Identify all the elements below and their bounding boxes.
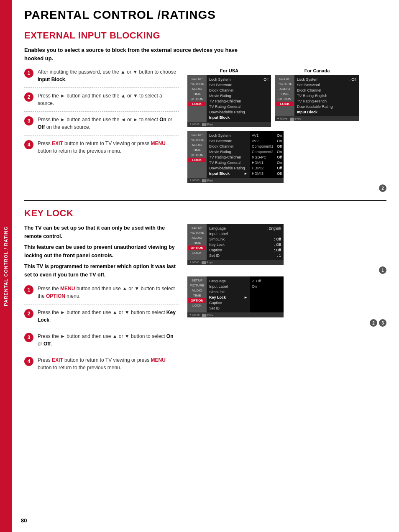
- key-lock-section: KEY LOCK The TV can be set up so that it…: [24, 208, 386, 380]
- kl-footer-prev: ▓▓ Prev: [202, 314, 213, 317]
- opt-set-id: Set ID: 1: [209, 253, 281, 258]
- step-4-text: Press EXIT button to return to TV viewin…: [38, 140, 179, 155]
- kl-sidebar-audio: AUDIO: [188, 288, 206, 293]
- input-sources-submenu: Lock System Set Password Block Channel M…: [207, 131, 284, 178]
- canada-footer: ✦ Move ▓▓ Prev: [275, 116, 359, 121]
- canada-menu-tv-english: TV Rating-English: [297, 93, 356, 98]
- kl-step-4: 4 Press EXIT button to return to TV view…: [24, 356, 179, 376]
- input-rgb: RGB-PCOff: [252, 154, 282, 160]
- usa-footer: ✦ Move ▓▓ Prev: [187, 122, 271, 127]
- kl-lang: Language: [209, 278, 248, 284]
- usa-menu-tv-children: TV Rating-Children: [209, 98, 269, 104]
- kl-step-3-number: 3: [24, 333, 33, 342]
- opt-simplink: SimpLink: Off: [209, 236, 281, 242]
- step-3-text: Press the ► button and then use the ◄ or…: [38, 116, 179, 131]
- kl-step-1: 1 Press the MENU button and then use ▲ o…: [24, 285, 179, 304]
- kl-step-4-text: Press EXIT button to return to TV viewin…: [38, 356, 179, 371]
- badge2-row: 2: [187, 184, 386, 192]
- submenu-dl-rat: Downloadable Rating: [209, 165, 248, 171]
- key-lock-title: KEY LOCK: [24, 208, 386, 219]
- canada-footer-move: ✦ Move: [277, 117, 287, 120]
- input-av1: AV1On: [252, 133, 282, 138]
- step-1-text: After inputting the password, use the ▲ …: [38, 68, 179, 83]
- external-input-blocking-body: 1 After inputting the password, use the …: [24, 68, 386, 192]
- usa-menu-input-block: Input Block: [209, 115, 269, 120]
- option-footer-prev: ▓▓ Prev: [202, 261, 213, 264]
- keylock-submenu-panel-wrapper: SETUP PICTURE AUDIO TIME OPTION LOCK: [187, 276, 386, 327]
- kl-sidebar: SETUP PICTURE AUDIO TIME OPTION LOCK: [187, 276, 207, 312]
- canada-sidebar-picture: PICTURE: [276, 82, 294, 86]
- kl-step-2-text: Press the ► button and then use ▲ or ▼ b…: [38, 309, 179, 324]
- step-4-number: 4: [24, 140, 33, 149]
- kl-footer-move: ✦ Move: [189, 313, 200, 317]
- usa-label: For USA: [187, 68, 271, 73]
- canada-sidebar-option: OPTION: [276, 97, 294, 101]
- kl-input-label: Input Label: [209, 284, 248, 289]
- opt-sidebar-audio: AUDIO: [188, 235, 206, 240]
- badge-23: 2: [370, 319, 377, 327]
- opt-input-label: Input Label: [209, 231, 281, 236]
- input-sources-sidebar: SETUP PICTURE AUDIO TIME OPTION LOCK: [187, 131, 207, 178]
- usa-canada-panels: For USA SETUP PICTURE AUDIO TIME OPTION: [187, 68, 386, 127]
- step-2-text: Press the ► button and then use the ▲ or…: [38, 92, 179, 107]
- input-component2: Component2On: [252, 149, 282, 154]
- sources-sidebar-picture: PICTURE: [188, 138, 206, 142]
- usa-footer-prev: ▓▓ Prev: [202, 123, 213, 126]
- kl-submenu: Language Input Label SimpLink Key Lock► …: [207, 276, 284, 312]
- canada-menu-tv-french: TV Rating-French: [297, 98, 356, 104]
- canada-label: For Canada: [275, 68, 359, 73]
- step-1: 1 After inputting the password, use the …: [24, 68, 179, 88]
- usa-footer-move: ✦ Move: [189, 123, 200, 126]
- key-lock-steps: The TV can be set up so that it can only…: [24, 224, 179, 380]
- input-hdmi2: HDMI2Off: [252, 165, 282, 171]
- opt-sidebar-time: TIME: [188, 240, 206, 245]
- usa-menu-set-password: Set Password: [209, 82, 269, 87]
- canada-sidebar-lock: LOCK: [276, 102, 294, 106]
- sources-footer-move: ✦ Move: [189, 179, 200, 182]
- kl-step-3-text: Press the ► button and then use ▲ or ▼ b…: [38, 332, 179, 348]
- keylock-submenu-panel: SETUP PICTURE AUDIO TIME OPTION LOCK: [187, 276, 284, 317]
- kl-sidebar-picture: PICTURE: [188, 283, 206, 288]
- page-title: PARENTAL CONTROL /RATINGS: [24, 8, 386, 22]
- sidebar-lock: LOCK: [188, 102, 206, 106]
- badge-1: 1: [379, 266, 386, 274]
- sources-sidebar-lock: LOCK: [188, 158, 206, 162]
- input-submenu-left: Lock System Set Password Block Channel M…: [207, 131, 250, 178]
- canada-menu-input-block: Input Block: [297, 109, 356, 115]
- submenu-tv-child: TV Rating-Children: [209, 154, 248, 160]
- side-tab: PARENTAL CONTROL / RATING: [0, 0, 12, 532]
- kl-simplink: SimpLink: [209, 289, 248, 294]
- sources-footer: ✦ Move ▓▓ Prev: [187, 178, 284, 183]
- option-panel-wrapper: SETUP PICTURE AUDIO TIME OPTION LOCK: [187, 224, 386, 274]
- kl-caption: Caption: [209, 300, 248, 305]
- canada-panel: SETUP PICTURE AUDIO TIME OPTION LOCK: [275, 75, 359, 121]
- step-3: 3 Press the ► button and then use the ◄ …: [24, 116, 179, 136]
- opt-key-lock: Key Lock: Off: [209, 242, 281, 247]
- submenu-set-pass: Set Password: [209, 138, 248, 143]
- external-input-blocking-section: EXTERNAL INPUT BLOCKING Enables you to s…: [24, 30, 386, 192]
- kl-footer: ✦ Move ▓▓ Prev: [187, 312, 284, 317]
- step-4: 4 Press EXIT button to return to TV view…: [24, 140, 179, 159]
- usa-menu-block-channel: Block Channel: [209, 87, 269, 93]
- kl-step-4-number: 4: [24, 357, 33, 366]
- kl-step-2: 2 Press the ► button and then use ▲ or ▼…: [24, 309, 179, 328]
- sidebar-setup: SETUP: [188, 77, 206, 81]
- key-lock-intro3: This TV is programmed to remember which …: [24, 262, 179, 279]
- usa-panel-wrapper: For USA SETUP PICTURE AUDIO TIME OPTION: [187, 68, 271, 127]
- opt-sidebar-setup: SETUP: [188, 225, 206, 230]
- key-lock-intro1: The TV can be set up so that it can only…: [24, 224, 179, 240]
- input-av2: AV2On: [252, 138, 282, 143]
- main-content: PARENTAL CONTROL /RATINGS EXTERNAL INPUT…: [12, 0, 399, 532]
- usa-menu-downloadable: Downloadable Rating: [209, 109, 269, 115]
- kl-step-2-number: 2: [24, 309, 33, 318]
- step-2-number: 2: [24, 92, 33, 102]
- usa-menu-movie-rating: Movie Rating: [209, 93, 269, 98]
- key-lock-screenshots: SETUP PICTURE AUDIO TIME OPTION LOCK: [187, 224, 386, 380]
- kl-step-3: 3 Press the ► button and then use ▲ or ▼…: [24, 332, 179, 352]
- external-input-blocking-title: EXTERNAL INPUT BLOCKING: [24, 30, 386, 41]
- badge23-row: 2 3: [187, 319, 386, 327]
- input-component1: Component1Off: [252, 143, 282, 149]
- input-sources-panel-wrapper: SETUP PICTURE AUDIO TIME OPTION LOCK: [187, 131, 386, 192]
- submenu-input-block: Input Block►: [209, 171, 248, 176]
- canada-panel-wrapper: For Canada SETUP PICTURE AUDIO TIME OPTI…: [275, 68, 359, 127]
